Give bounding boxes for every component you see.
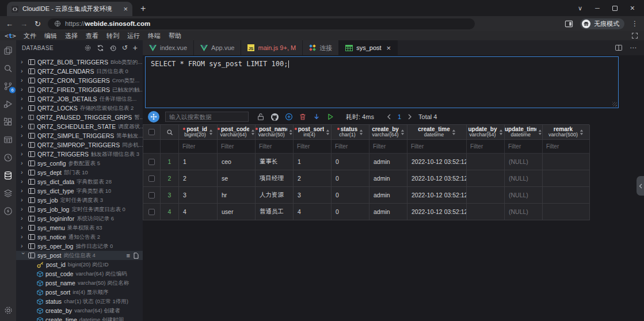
cell-create_by-row4[interactable]: admin <box>369 204 407 220</box>
search-icon[interactable] <box>3 63 13 74</box>
cell-create_time-row1[interactable]: 2022-10-12 03:52:12 <box>407 154 467 170</box>
menu-item-3[interactable]: 查看 <box>82 32 102 40</box>
sql-editor[interactable]: SELECT * FROM sys_post LIMIT 100; <box>145 56 619 108</box>
database-icon[interactable] <box>3 170 13 181</box>
add-row-icon[interactable] <box>285 113 293 121</box>
tree-table-sys_menu[interactable]: ›sys_menu菜单权限表 83 <box>16 223 143 232</box>
filter-input-post_id[interactable]: Filter <box>179 140 218 154</box>
db-history-icon[interactable] <box>109 44 117 52</box>
layers-icon[interactable] <box>3 188 13 198</box>
filter-input-post_code[interactable]: Filter <box>218 140 256 154</box>
tree-table-QRTZ_FIRED_TRIGGERS[interactable]: ›QRTZ_FIRED_TRIGGERS已触发的触... <box>16 85 143 94</box>
row-number-cell[interactable]: 1 <box>161 154 179 170</box>
filter-input-post_sort[interactable]: Filter <box>294 140 331 154</box>
extensions-icon[interactable] <box>3 117 13 127</box>
column-header-create_time[interactable]: create_timedatetime <box>407 125 467 140</box>
row-checkbox-cell[interactable] <box>143 204 161 220</box>
tab-close-icon[interactable]: × <box>123 5 128 13</box>
cell-create_time-row4[interactable]: 2022-10-12 03:52:12 <box>407 204 467 220</box>
source-control-icon[interactable]: 6 <box>3 81 13 91</box>
sort-icon[interactable] <box>209 129 213 135</box>
tree-column-post_name[interactable]: post_namevarchar(50) 岗位名称 <box>16 278 143 288</box>
cell-remark-row4[interactable] <box>543 204 590 220</box>
tree-table-QRTZ_PAUSED_TRIGGER_GRPS[interactable]: ›QRTZ_PAUSED_TRIGGER_GRPS暂... <box>16 113 143 122</box>
tree-table-sys_job_log[interactable]: ›sys_job_log定时任务调度日志表 0 <box>16 205 143 214</box>
tree-table-sys_logininfor[interactable]: ›sys_logininfor系统访问记录 6 <box>16 214 143 223</box>
run-query-icon[interactable] <box>326 113 334 121</box>
resize-handle[interactable] <box>612 102 617 106</box>
editor-tab-main.js[interactable]: JSmain.js 9+, M <box>241 40 303 55</box>
row-number-cell[interactable]: 3 <box>161 187 179 204</box>
menu-item-5[interactable]: 运行 <box>123 32 144 40</box>
cell-update_time-row3[interactable]: (NULL) <box>505 187 543 204</box>
filter-input-update_time[interactable]: Filter <box>505 140 543 154</box>
move-button[interactable] <box>148 111 159 123</box>
cell-post_sort-row3[interactable]: 3 <box>294 187 331 204</box>
tree-column-status[interactable]: statuschar(1) 状态 (0正常 1停用) <box>16 297 143 306</box>
cell-status-row1[interactable]: 0 <box>331 154 369 170</box>
sort-icon[interactable] <box>499 129 503 135</box>
settings-gear-icon[interactable] <box>3 305 13 315</box>
cell-post_sort-row4[interactable]: 4 <box>294 204 331 220</box>
tree-table-QRTZ_SIMPLE_TRIGGERS[interactable]: ›QRTZ_SIMPLE_TRIGGERS简单触发... <box>16 131 143 140</box>
row-checkbox-cell[interactable] <box>143 154 161 170</box>
forward-icon[interactable]: → <box>20 20 28 28</box>
github-icon[interactable] <box>270 113 279 121</box>
column-header-remark[interactable]: remarkvarchar(500) <box>543 125 590 140</box>
delete-row-icon[interactable] <box>299 113 307 121</box>
filter-input-create_by[interactable]: Filter <box>369 140 407 154</box>
cell-update_by-row2[interactable] <box>467 170 505 187</box>
menu-item-7[interactable]: 帮助 <box>165 32 185 40</box>
select-all-checkbox[interactable] <box>148 129 155 135</box>
menu-item-6[interactable]: 终端 <box>144 32 165 40</box>
column-header-status[interactable]: statuschar(1) <box>331 125 369 140</box>
cell-post_sort-row1[interactable]: 1 <box>294 154 331 170</box>
tree-table-sys_dept[interactable]: ›sys_dept部门表 10 <box>16 168 143 177</box>
tree-table-sys_dict_data[interactable]: ›sys_dict_data字典数据表 28 <box>16 177 143 186</box>
sort-icon[interactable] <box>326 129 330 135</box>
menu-item-2[interactable]: 选择 <box>61 32 82 40</box>
tree-table-QRTZ_SCHEDULER_STATE[interactable]: ›QRTZ_SCHEDULER_STATE调度器状... <box>16 122 143 131</box>
lock-open-icon[interactable] <box>257 113 265 121</box>
db-add-icon[interactable]: + <box>133 43 138 52</box>
cell-update_time-row4[interactable]: (NULL) <box>505 204 543 220</box>
cell-status-row4[interactable]: 0 <box>331 204 369 220</box>
cell-update_time-row1[interactable]: (NULL) <box>505 154 543 170</box>
browser-menu-icon[interactable]: ⋮ <box>631 22 638 25</box>
back-icon[interactable]: ← <box>6 20 13 28</box>
cell-post_id-row3[interactable]: 3 <box>179 187 218 204</box>
row-checkbox-cell[interactable] <box>143 187 161 204</box>
open-file-icon[interactable] <box>134 253 139 259</box>
lightning-icon[interactable] <box>3 206 13 216</box>
cell-create_by-row2[interactable]: admin <box>369 170 407 187</box>
menu-item-4[interactable]: 转到 <box>102 32 123 40</box>
cell-post_id-row2[interactable]: 2 <box>179 170 218 187</box>
tree-table-sys_notice[interactable]: ›sys_notice通知公告表 2 <box>16 232 143 242</box>
search-input[interactable] <box>165 112 249 122</box>
cell-create_time-row3[interactable]: 2022-10-12 03:52:12 <box>407 187 467 204</box>
reload-icon[interactable]: ↻ <box>35 20 41 28</box>
export-down-icon[interactable] <box>313 113 321 121</box>
cell-post_id-row1[interactable]: 1 <box>179 154 218 170</box>
table-menu-icon[interactable]: ≡ <box>127 252 130 259</box>
prev-page-icon[interactable] <box>387 114 391 120</box>
tree-table-sys_job[interactable]: ›sys_job定时任务调度表 3 <box>16 196 143 205</box>
menu-item-1[interactable]: 编辑 <box>40 32 61 40</box>
tree-column-create_time[interactable]: create_timedatetime 创建时间 <box>16 315 143 321</box>
tree-table-QRTZ_CALENDARS[interactable]: ›QRTZ_CALENDARS日历信息表 0 <box>16 67 143 76</box>
split-editor-icon[interactable] <box>615 44 623 52</box>
cell-post_name-row3[interactable]: 人力资源 <box>256 187 294 204</box>
tab-close-icon[interactable]: × <box>387 44 391 52</box>
tree-table-sys_oper_log[interactable]: ›sys_oper_log操作日志记录 0 <box>16 242 143 251</box>
filter-input-post_name[interactable]: Filter <box>256 140 294 154</box>
db-settings-icon[interactable] <box>84 44 92 52</box>
row-number-cell[interactable]: 4 <box>161 204 179 220</box>
run-debug-icon[interactable] <box>3 99 13 109</box>
sort-icon[interactable] <box>251 129 255 135</box>
column-header-post_name[interactable]: post_namevarchar(50) <box>256 125 294 140</box>
column-header-update_time[interactable]: update_timedatetime <box>505 125 543 140</box>
preview-panel-icon[interactable] <box>3 135 13 145</box>
browser-tab[interactable]: CloudIDE - 云原生集成开发环境 × <box>7 2 132 16</box>
filter-input-create_time[interactable]: Filter <box>407 140 467 154</box>
editor-more-icon[interactable]: ⋯ <box>630 44 637 52</box>
